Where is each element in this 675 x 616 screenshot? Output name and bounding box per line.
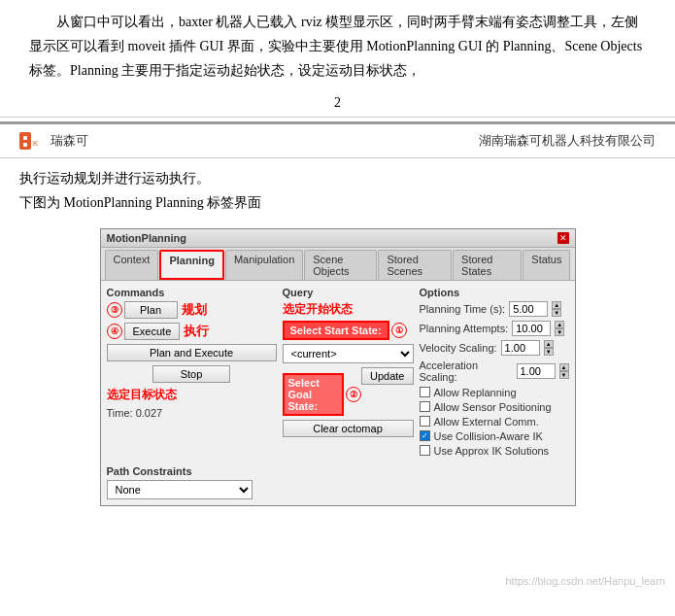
execute-cmd: ④ Execute	[107, 323, 181, 340]
subtitle-line2: 下图为 MotionPlanning Planning 标签界面	[19, 190, 656, 215]
acceleration-scaling-input[interactable]	[517, 363, 556, 379]
use-approx-ik-label: Use Approx IK Solutions	[434, 445, 550, 457]
tab-planning[interactable]: Planning	[159, 250, 223, 280]
start-state-annotation: 选定开始状态	[283, 301, 414, 318]
commands-label: Commands	[107, 287, 277, 298]
window-titlebar: MotionPlanning ✕	[101, 229, 575, 248]
plan-cmd: ③ Plan	[107, 301, 178, 319]
options-panel: Options Planning Time (s): ▲ ▼ Planning …	[420, 287, 569, 460]
planning-attempts-up[interactable]: ▲	[555, 321, 564, 328]
use-approx-ik-row: Use Approx IK Solutions	[420, 445, 569, 457]
allow-sensor-positioning-label: Allow Sensor Positioning	[434, 401, 552, 413]
panels-wrapper: Commands ③ Plan 规划 ④ Execute	[101, 281, 575, 505]
circle-2: ②	[346, 387, 361, 402]
use-approx-ik-checkbox[interactable]	[420, 445, 430, 456]
window-title: MotionPlanning	[107, 232, 186, 244]
tab-stored-scenes[interactable]: Stored Scenes	[378, 250, 452, 280]
planning-time-input[interactable]	[509, 301, 548, 317]
allow-replanning-row: Allow Replanning	[420, 387, 569, 398]
planning-time-row: Planning Time (s): ▲ ▼	[420, 301, 569, 317]
plan-row: ③ Plan 规划	[107, 301, 277, 319]
accel-down[interactable]: ▼	[559, 371, 569, 379]
watermark: https://blog.csdn.net/Hanpu_learn	[505, 575, 665, 587]
motion-planning-window: MotionPlanning ✕ Context Planning Manipu…	[100, 228, 576, 506]
subtitle-section: 执行运动规划并进行运动执行。 下图为 MotionPlanning Planni…	[0, 158, 675, 219]
allow-replanning-label: Allow Replanning	[434, 387, 517, 398]
goal-annotation: 选定目标状态	[107, 387, 277, 403]
allow-external-comm-checkbox[interactable]	[420, 416, 430, 427]
divider-1	[0, 117, 675, 118]
velocity-down[interactable]: ▼	[544, 348, 554, 356]
velocity-up[interactable]: ▲	[544, 340, 554, 348]
acceleration-scaling-label: Acceleration Scaling:	[420, 359, 513, 383]
goal-state-row: Select Goal State: ②	[283, 373, 362, 416]
window-close-button[interactable]: ✕	[557, 232, 569, 244]
intro-paragraph: 从窗口中可以看出，baxter 机器人已载入 rviz 模型显示区，同时两手臂末…	[29, 10, 646, 84]
execute-annotation: 执行	[184, 323, 209, 340]
allow-sensor-positioning-row: Allow Sensor Positioning	[420, 401, 569, 413]
planning-time-spinner[interactable]: ▲ ▼	[552, 301, 561, 317]
tab-stored-states[interactable]: Stored States	[453, 250, 522, 280]
velocity-scaling-input[interactable]	[501, 340, 540, 356]
allow-external-comm-label: Allow External Comm.	[434, 416, 539, 428]
svg-rect-1	[23, 136, 27, 140]
circle-4: ④	[107, 324, 122, 339]
options-label: Options	[420, 287, 569, 298]
brand-name: 瑞森可	[51, 132, 88, 150]
query-panel: Query 选定开始状态 Select Start State: ① <curr…	[283, 287, 414, 460]
select-start-box: Select Start State:	[283, 321, 389, 340]
panels: Commands ③ Plan 规划 ④ Execute	[101, 281, 575, 465]
velocity-scaling-spinner[interactable]: ▲ ▼	[544, 340, 554, 356]
top-text-section: 从窗口中可以看出，baxter 机器人已载入 rviz 模型显示区，同时两手臂末…	[0, 0, 675, 89]
circle-1: ①	[391, 323, 407, 338]
svg-rect-2	[23, 143, 27, 147]
main-content: MotionPlanning ✕ Context Planning Manipu…	[0, 219, 675, 516]
update-button[interactable]: Update	[361, 367, 413, 385]
execute-button[interactable]: Execute	[124, 323, 181, 340]
time-display: Time: 0.027	[107, 407, 277, 419]
tab-status[interactable]: Status	[523, 250, 570, 280]
path-constraints-section: Path Constraints None	[101, 465, 575, 505]
start-state-row: Select Start State: ①	[283, 321, 414, 340]
acceleration-scaling-row: Acceleration Scaling: ▲ ▼	[420, 359, 569, 383]
planning-attempts-input[interactable]	[512, 321, 551, 336]
planning-attempts-spinner[interactable]: ▲ ▼	[555, 321, 564, 336]
query-label: Query	[283, 287, 414, 298]
use-collision-aware-label: Use Collision-Aware IK	[434, 430, 543, 442]
subtitle-line1: 执行运动规划并进行运动执行。	[19, 166, 656, 190]
use-collision-aware-row: ✓ Use Collision-Aware IK	[420, 430, 569, 442]
planning-time-label: Planning Time (s):	[420, 303, 506, 315]
logo-bar: K 瑞森可 湖南瑞森可机器人科技有限公司	[0, 124, 675, 158]
planning-attempts-down[interactable]: ▼	[555, 328, 564, 336]
plan-annotation: 规划	[182, 301, 207, 319]
brand-icon: K	[19, 130, 47, 152]
tab-manipulation[interactable]: Manipulation	[225, 250, 303, 280]
planning-time-down[interactable]: ▼	[552, 309, 561, 317]
planning-attempts-label: Planning Attempts:	[420, 323, 509, 334]
plan-execute-button[interactable]: Plan and Execute	[107, 344, 277, 361]
company-name: 湖南瑞森可机器人科技有限公司	[479, 132, 656, 150]
start-state-select[interactable]: <current>	[283, 344, 414, 363]
clear-octomap-button[interactable]: Clear octomap	[283, 420, 414, 437]
plan-button[interactable]: Plan	[124, 301, 178, 319]
path-constraints-label: Path Constraints	[107, 465, 569, 477]
svg-text:K: K	[33, 139, 39, 148]
planning-time-up[interactable]: ▲	[552, 301, 561, 309]
page-num: 2	[0, 95, 675, 111]
execute-row: ④ Execute 执行	[107, 323, 277, 340]
tab-context[interactable]: Context	[105, 250, 159, 280]
tab-scene-objects[interactable]: Scene Objects	[304, 250, 377, 280]
acceleration-scaling-spinner[interactable]: ▲ ▼	[559, 363, 569, 379]
logo-left: K 瑞森可	[19, 130, 88, 152]
stop-button[interactable]: Stop	[152, 365, 230, 383]
planning-attempts-row: Planning Attempts: ▲ ▼	[420, 321, 569, 336]
circle-3: ③	[107, 302, 122, 318]
accel-up[interactable]: ▲	[559, 363, 569, 371]
path-constraints-select[interactable]: None	[107, 480, 253, 499]
use-collision-aware-checkbox[interactable]: ✓	[420, 430, 430, 441]
allow-sensor-positioning-checkbox[interactable]	[420, 401, 430, 412]
svg-rect-0	[19, 132, 31, 150]
select-goal-box: Select Goal State:	[283, 373, 345, 416]
allow-replanning-checkbox[interactable]	[420, 387, 430, 397]
tab-bar: Context Planning Manipulation Scene Obje…	[101, 248, 575, 281]
